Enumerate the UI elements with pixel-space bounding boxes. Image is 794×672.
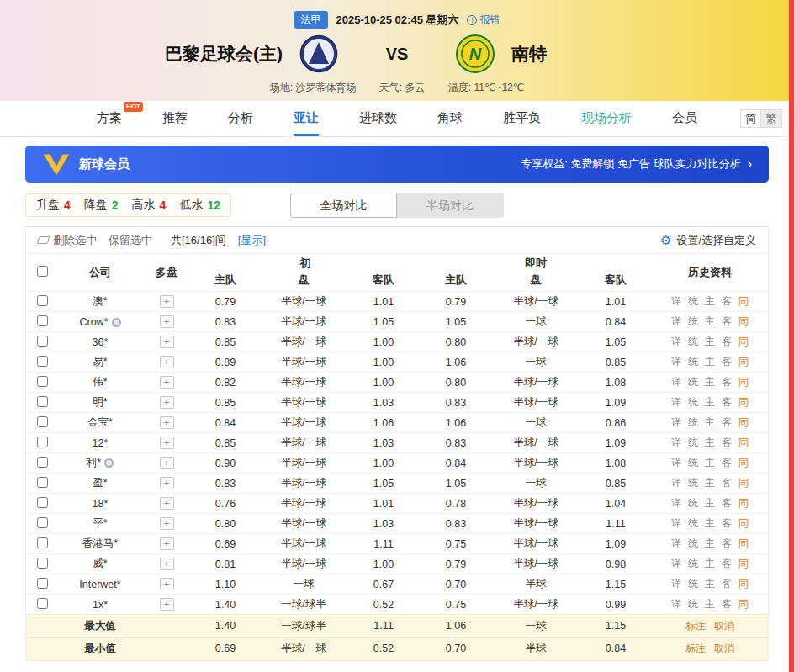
history-link-同[interactable]: 同: [738, 437, 749, 448]
row-checkbox[interactable]: [37, 537, 48, 548]
history-link-同[interactable]: 同: [738, 376, 749, 388]
history-link-同[interactable]: 同: [738, 315, 749, 327]
row-checkbox[interactable]: [37, 497, 48, 508]
row-checkbox[interactable]: [37, 396, 48, 407]
company-name[interactable]: 12*: [93, 437, 109, 449]
multi-odds-button[interactable]: +: [160, 517, 174, 530]
history-link-同[interactable]: 同: [738, 578, 749, 590]
history-link-同[interactable]: 同: [738, 457, 749, 468]
history-link-统[interactable]: 统: [688, 517, 698, 529]
select-all-checkbox[interactable]: [37, 266, 48, 277]
history-link-同[interactable]: 同: [738, 558, 749, 569]
history-link-客[interactable]: 客: [722, 578, 732, 590]
history-link-同[interactable]: 同: [738, 396, 749, 408]
company-name[interactable]: 平*: [93, 517, 107, 529]
multi-odds-button[interactable]: +: [160, 396, 174, 409]
multi-odds-button[interactable]: +: [160, 537, 174, 550]
history-link-主[interactable]: 主: [705, 578, 715, 590]
history-link-同[interactable]: 同: [738, 497, 749, 509]
history-link-详[interactable]: 详: [671, 537, 681, 549]
multi-odds-button[interactable]: +: [160, 457, 174, 469]
history-link-统[interactable]: 统: [688, 396, 698, 408]
multi-odds-button[interactable]: +: [160, 356, 174, 368]
history-link-同[interactable]: 同: [738, 356, 749, 368]
history-link-客[interactable]: 客: [722, 598, 732, 610]
nav-item-会员[interactable]: 会员: [672, 101, 697, 136]
multi-odds-button[interactable]: +: [160, 437, 174, 449]
multi-odds-button[interactable]: +: [160, 477, 174, 489]
history-link-统[interactable]: 统: [688, 416, 698, 428]
multi-odds-button[interactable]: +: [160, 497, 174, 510]
history-link-同[interactable]: 同: [738, 336, 749, 347]
history-link-详[interactable]: 详: [671, 356, 681, 368]
company-name[interactable]: 香港马*: [82, 537, 118, 549]
history-link-客[interactable]: 客: [722, 356, 732, 368]
history-link-详[interactable]: 详: [671, 315, 681, 327]
nav-item-分析[interactable]: 分析: [228, 101, 253, 136]
history-link-统[interactable]: 统: [688, 336, 698, 347]
company-name[interactable]: 盈*: [93, 477, 107, 489]
history-link-统[interactable]: 统: [688, 315, 698, 327]
row-checkbox[interactable]: [37, 376, 48, 387]
history-link-详[interactable]: 详: [671, 295, 681, 307]
history-link-客[interactable]: 客: [722, 376, 732, 388]
action-取消[interactable]: 取消: [714, 643, 734, 654]
history-link-客[interactable]: 客: [722, 558, 732, 569]
history-link-客[interactable]: 客: [722, 497, 732, 509]
history-link-统[interactable]: 统: [688, 537, 698, 549]
company-name[interactable]: 易*: [93, 356, 107, 368]
company-name[interactable]: 明*: [93, 396, 107, 408]
nav-item-方案[interactable]: 方案HOT: [97, 101, 122, 136]
row-checkbox[interactable]: [37, 477, 48, 488]
row-checkbox[interactable]: [37, 598, 48, 609]
company-name[interactable]: Crow*: [79, 316, 108, 328]
company-name[interactable]: 威*: [93, 558, 107, 569]
nav-item-推荐[interactable]: 推荐: [162, 101, 188, 136]
history-link-详[interactable]: 详: [671, 558, 681, 569]
history-link-客[interactable]: 客: [722, 517, 732, 529]
history-link-同[interactable]: 同: [738, 517, 749, 529]
action-标注[interactable]: 标注: [685, 643, 706, 654]
multi-odds-button[interactable]: +: [160, 315, 174, 328]
history-link-客[interactable]: 客: [722, 477, 732, 489]
history-link-客[interactable]: 客: [722, 457, 732, 468]
history-link-同[interactable]: 同: [738, 598, 749, 610]
settings-button[interactable]: ⚙ 设置/选择自定义: [660, 233, 756, 248]
history-link-主[interactable]: 主: [705, 336, 715, 347]
history-link-客[interactable]: 客: [722, 336, 732, 347]
row-checkbox[interactable]: [37, 416, 48, 427]
nav-item-亚让[interactable]: 亚让: [294, 101, 319, 136]
action-标注[interactable]: 标注: [685, 620, 706, 632]
company-name[interactable]: 利*: [87, 457, 101, 468]
history-link-客[interactable]: 客: [722, 295, 732, 307]
multi-odds-button[interactable]: +: [160, 416, 174, 429]
row-checkbox[interactable]: [37, 315, 48, 326]
history-link-统[interactable]: 统: [688, 376, 698, 388]
history-link-统[interactable]: 统: [688, 477, 698, 489]
history-link-详[interactable]: 详: [671, 517, 681, 529]
history-link-详[interactable]: 详: [671, 396, 681, 408]
history-link-详[interactable]: 详: [671, 477, 681, 489]
history-link-详[interactable]: 详: [671, 497, 681, 509]
history-link-主[interactable]: 主: [705, 376, 715, 388]
row-checkbox[interactable]: [37, 356, 48, 367]
nav-item-胜平负[interactable]: 胜平负: [503, 101, 541, 136]
company-name[interactable]: 1x*: [93, 599, 108, 611]
multi-odds-button[interactable]: +: [160, 578, 174, 590]
nav-item-现场分析[interactable]: 现场分析: [581, 101, 632, 136]
company-name[interactable]: 伟*: [93, 376, 107, 388]
history-link-主[interactable]: 主: [705, 356, 715, 368]
company-name[interactable]: Interwet*: [79, 579, 120, 590]
row-checkbox[interactable]: [37, 558, 48, 569]
history-link-同[interactable]: 同: [738, 295, 749, 307]
history-link-统[interactable]: 统: [688, 558, 698, 569]
history-link-统[interactable]: 统: [688, 295, 698, 307]
multi-odds-button[interactable]: +: [160, 598, 174, 611]
multi-odds-button[interactable]: +: [160, 295, 174, 308]
history-link-统[interactable]: 统: [688, 457, 698, 468]
history-link-主[interactable]: 主: [705, 477, 715, 489]
history-link-主[interactable]: 主: [705, 437, 715, 448]
history-link-详[interactable]: 详: [671, 336, 681, 347]
history-link-同[interactable]: 同: [738, 416, 749, 428]
history-link-主[interactable]: 主: [705, 558, 715, 569]
